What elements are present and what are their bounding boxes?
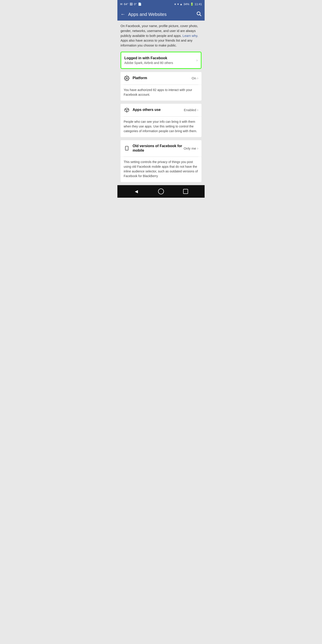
nav-bar: ← Apps and Websites [118, 8, 204, 20]
main-content: On Facebook, your name, profile picture,… [118, 20, 204, 185]
old-facebook-mobile-main: Old versions of Facebook for mobile [132, 144, 184, 153]
logged-in-facebook-right: › [196, 58, 198, 62]
wifi-icon: ▾ [177, 2, 179, 6]
doc-icon: 📄 [138, 2, 142, 6]
platform-title: Platform [132, 76, 192, 80]
chevron-right-icon: › [196, 58, 198, 62]
bottom-nav-bar: ◀ [118, 185, 204, 198]
apps-others-use-right: Enabled › [184, 108, 198, 112]
battery-label: 34% [183, 2, 189, 6]
apps-others-use-main: Apps others use [132, 108, 184, 112]
platform-status: On [192, 76, 196, 80]
old-facebook-mobile-status: Only me [184, 146, 196, 150]
platform-description: You have authorized 82 apps to interact … [120, 85, 202, 100]
apps-others-use-card[interactable]: Apps others use Enabled › People who can… [120, 104, 202, 137]
svg-rect-4 [126, 146, 128, 150]
logged-in-facebook-row[interactable]: Logged in with Facebook Adobe Spark, Air… [121, 52, 201, 68]
phone-icon [124, 146, 130, 151]
recent-square-icon [183, 189, 188, 194]
recent-nav-button[interactable] [181, 187, 190, 196]
apps-others-use-description: People who can see your info can bring i… [120, 116, 202, 137]
svg-point-2 [126, 78, 128, 79]
cube-icon [124, 107, 130, 113]
old-facebook-mobile-row[interactable]: Old versions of Facebook for mobile Only… [120, 140, 202, 157]
back-button[interactable]: ← [120, 12, 126, 17]
bluetooth-icon: ∗ [174, 2, 176, 6]
mail-icon: ✉ [120, 2, 122, 6]
logged-in-facebook-card[interactable]: Logged in with Facebook Adobe Spark, Air… [120, 52, 202, 69]
status-right: ∗ ▾ ▲ 34% 🔋 11:41 [174, 2, 202, 6]
logged-in-facebook-title: Logged in with Facebook [124, 56, 196, 60]
old-facebook-mobile-title: Old versions of Facebook for mobile [132, 144, 184, 153]
home-circle-icon [158, 188, 164, 194]
platform-row[interactable]: Platform On › [120, 72, 202, 84]
old-facebook-mobile-right: Only me › [184, 146, 198, 151]
platform-main: Platform [132, 76, 192, 80]
signal-icon: ▲ [180, 2, 183, 6]
intro-paragraph: On Facebook, your name, profile picture,… [120, 24, 202, 48]
logged-in-facebook-main: Logged in with Facebook Adobe Spark, Air… [124, 56, 196, 64]
back-nav-button[interactable]: ◀ [132, 187, 141, 196]
status-bar: ✉ 64° 🖼 0° 📄 ∗ ▾ ▲ 34% 🔋 11:41 [118, 0, 204, 8]
platform-card[interactable]: Platform On › You have authorized 82 app… [120, 72, 202, 100]
platform-right: On › [192, 76, 198, 80]
back-nav-icon: ◀ [135, 189, 138, 194]
logged-in-facebook-subtitle: Adobe Spark, Airbnb and 80 others [124, 61, 196, 64]
home-nav-button[interactable] [156, 187, 166, 196]
apps-others-use-status: Enabled [184, 108, 196, 112]
old-facebook-mobile-card[interactable]: Old versions of Facebook for mobile Only… [120, 140, 202, 182]
chevron-right-icon: › [197, 146, 198, 151]
chevron-right-icon: › [197, 108, 198, 112]
apps-others-use-row[interactable]: Apps others use Enabled › [120, 104, 202, 116]
page-title: Apps and Websites [128, 12, 196, 17]
old-facebook-mobile-description: This setting controls the privacy of thi… [120, 157, 202, 182]
svg-line-1 [200, 15, 201, 16]
time-label: 11:41 [194, 2, 202, 6]
temp2-label: 0° [134, 2, 137, 6]
status-left: ✉ 64° 🖼 0° 📄 [120, 2, 142, 6]
image-icon: 🖼 [130, 2, 132, 6]
battery-icon: 🔋 [190, 2, 194, 6]
apps-others-use-title: Apps others use [132, 108, 184, 112]
search-icon [196, 11, 202, 16]
temperature-label: 64° [124, 2, 128, 6]
search-button[interactable] [196, 11, 202, 18]
gear-icon [124, 76, 130, 81]
chevron-right-icon: › [197, 76, 198, 80]
learn-why-link[interactable]: Learn why [182, 34, 197, 38]
